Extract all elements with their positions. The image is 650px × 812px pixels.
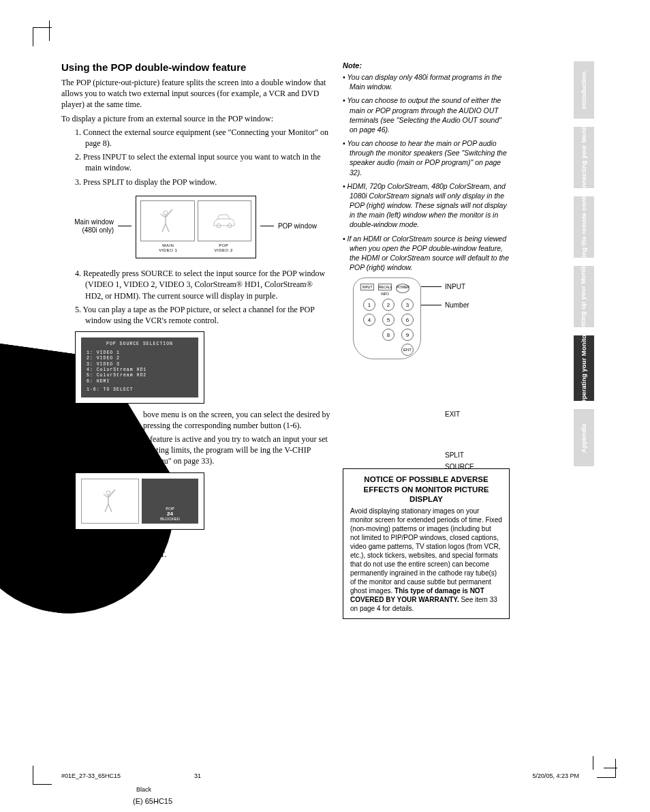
footer-black: Black: [136, 786, 151, 793]
main-window-pane: [140, 200, 194, 241]
batter-icon: [157, 207, 178, 235]
menu-diagram: POP SOURCE SELECTION 1: VIDEO 1 2: VIDEO…: [75, 331, 204, 404]
remote-diagram: INPUT RECALL POWER INFO 1 2 3 4 5 6 8: [350, 277, 510, 387]
pop-window-label: POP window: [278, 222, 330, 230]
remote-source-label: SOURCE: [445, 463, 474, 470]
crop-mark: [33, 766, 52, 785]
tab-remote: Using the remote control: [574, 196, 594, 258]
obscured-paragraph-1: bove menu is on the screen, you can sele…: [61, 409, 330, 431]
crop-mark: [604, 768, 617, 768]
remote-info-label: INFO: [381, 292, 389, 296]
batter-icon: [100, 487, 121, 515]
tab-appendix: Appendix: [574, 409, 594, 466]
tab-operating: Operating your Monitor: [574, 335, 594, 401]
footer-page: 31: [194, 772, 201, 779]
menu-row: 6: HDMI: [87, 379, 193, 385]
leader-line: [260, 226, 274, 226]
tab-index: Index: [574, 475, 594, 532]
tab-setting-up: Setting up your Monitor: [574, 266, 594, 327]
footer-date: 5/20/05, 4:23 PM: [532, 772, 579, 779]
svg-point-0: [164, 211, 168, 215]
notice-box: NOTICE OF POSSIBLE ADVERSE EFFECTS ON MO…: [343, 468, 510, 619]
obscured-paragraph-2: feature is active and you try to watch a…: [61, 434, 330, 467]
crop-mark: [593, 756, 600, 770]
main-window-label: Main window (480i only): [61, 218, 114, 235]
note-item: You can choose to hear the main or POP a…: [343, 138, 510, 177]
remote-num-4: 4: [363, 314, 375, 326]
close-heading: To close the POP window:: [61, 535, 330, 546]
leader-line: [421, 286, 442, 287]
remote-split-label: SPLIT: [445, 451, 464, 459]
remote-num-9: 9: [401, 329, 414, 341]
tab-introduction: Introduction: [574, 61, 594, 119]
svg-point-3: [106, 491, 110, 495]
tab-connecting: Connecting your Monitor: [574, 127, 594, 188]
menu-row: 1: VIDEO 1: [87, 350, 193, 356]
pop-window-pane: [198, 200, 251, 241]
menu-title: POP SOURCE SELECTION: [87, 342, 193, 347]
blocked-main-pane: [81, 479, 139, 524]
leader-line: [421, 305, 442, 305]
step-3: 3. Press SPLIT to display the POP window…: [75, 177, 330, 187]
close-instruction: Press SPLIT again or EXIT.: [61, 549, 330, 560]
blocked-pop-pane: POP 24 BLOCKED: [142, 479, 198, 524]
remote-number-label: Number: [445, 301, 469, 309]
remote-ent: ENT: [401, 344, 414, 356]
crop-mark: [597, 759, 616, 778]
remote-recall-btn: RECALL: [378, 284, 392, 290]
remote-input-btn: INPUT: [360, 284, 374, 290]
remote-input-label: INPUT: [445, 283, 465, 290]
blocked-text: BLOCKED: [160, 517, 180, 521]
step-2: 2. Press INPUT to select the external in…: [75, 151, 330, 173]
notice-title: NOTICE OF POSSIBLE ADVERSE EFFECTS ON MO…: [350, 475, 502, 504]
remote-num-8: 8: [382, 329, 394, 341]
menu-row: 4: ColorStream HD1: [87, 367, 193, 373]
car-icon: [211, 211, 238, 231]
note-item: HDMI, 720p ColorStream, 480p ColorStream…: [343, 181, 510, 230]
remote-num-1: 1: [363, 299, 375, 311]
step-5: 5. You can play a tape as the POP pictur…: [75, 304, 330, 326]
section-heading: Using the POP double-window feature: [61, 61, 330, 73]
menu-row: 3: VIDEO 3: [87, 362, 193, 367]
step-4: 4. Repeatedly press SOURCE to select the…: [75, 268, 330, 301]
remote-power-btn: POWER: [396, 284, 409, 293]
leader-line: [118, 226, 131, 226]
note-item: You can display only 480i format program…: [343, 72, 510, 91]
intro-paragraph: The POP (picture-out-picture) feature sp…: [61, 77, 330, 110]
notice-body: Avoid displaying stationary images on yo…: [350, 507, 502, 613]
menu-row: 2: VIDEO 2: [87, 356, 193, 361]
main-caption: MAIN VIDEO 1: [140, 243, 196, 254]
menu-row: 5: ColorStream HD2: [87, 373, 193, 378]
tv-diagram: MAIN VIDEO 1 POP VIDEO 2: [136, 196, 256, 259]
crop-mark: [49, 20, 56, 41]
blocked-diagram: POP 24 BLOCKED: [75, 472, 204, 530]
footer-model: (E) 65HC15: [133, 797, 172, 805]
main-column: Using the POP double-window feature The …: [61, 61, 330, 619]
note-heading: Note:: [343, 61, 510, 70]
notice-text-1: Avoid displaying stationary images on yo…: [350, 507, 502, 595]
tv-diagram-row: Main window (480i only): [61, 190, 330, 263]
remote-num-6: 6: [401, 314, 414, 326]
footer-row: #01E_27-33_65HC15 31 5/20/05, 4:23 PM: [61, 772, 579, 779]
step-1: 1. Connect the external source equipment…: [75, 127, 330, 149]
pop-caption: POP VIDEO 2: [196, 243, 251, 254]
intro-paragraph-2: To display a picture from an external so…: [61, 113, 330, 124]
menu-footer: 1-6: TO SELECT: [87, 387, 193, 393]
blocked-channel: 24: [167, 511, 173, 517]
remote-exit-label: EXIT: [445, 410, 460, 418]
note-item: You can choose to output the sound of ei…: [343, 95, 510, 134]
remote-num-2: 2: [382, 299, 394, 311]
remote-num-3: 3: [401, 299, 414, 311]
remote-num-5: 5: [382, 314, 394, 326]
note-item: If an HDMI or ColorStream source is bein…: [343, 234, 510, 273]
footer-file: #01E_27-33_65HC15: [61, 772, 121, 779]
notes-column: Note: You can display only 480i format p…: [343, 61, 510, 619]
